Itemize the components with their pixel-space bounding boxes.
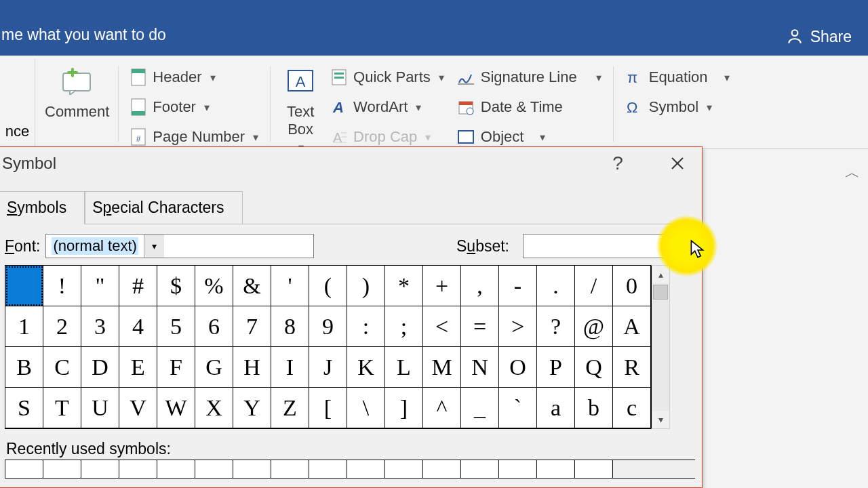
symbol-cell[interactable]: c <box>613 388 651 428</box>
symbol-cell[interactable]: ; <box>385 306 423 347</box>
symbol-cell[interactable]: 0 <box>613 266 651 306</box>
font-combo-arrow[interactable]: ▾ <box>144 235 164 258</box>
symbol-cell[interactable]: 1 <box>5 306 43 347</box>
tab-symbols[interactable]: Symbols <box>0 191 85 224</box>
symbol-cell[interactable]: P <box>537 347 575 388</box>
symbol-cell[interactable]: 6 <box>195 306 233 347</box>
symbol-cell[interactable]: V <box>119 388 157 428</box>
symbol-cell[interactable]: Q <box>575 347 613 388</box>
recent-symbol-cell[interactable] <box>271 460 309 478</box>
recent-symbol-cell[interactable] <box>43 460 81 478</box>
symbol-cell[interactable]: % <box>195 266 233 306</box>
subset-combo[interactable] <box>523 234 695 258</box>
recent-symbol-cell[interactable] <box>233 460 271 478</box>
tab-special-characters[interactable]: Special Characters <box>85 191 242 224</box>
symbol-cell[interactable]: a <box>537 388 575 428</box>
symbol-cell[interactable]: # <box>119 266 157 306</box>
symbol-cell[interactable]: . <box>537 266 575 306</box>
symbol-cell[interactable]: b <box>575 388 613 428</box>
subset-value[interactable] <box>524 235 675 258</box>
symbol-cell[interactable]: N <box>461 347 499 388</box>
symbol-cell[interactable]: L <box>385 347 423 388</box>
symbol-cell[interactable]: + <box>423 266 461 306</box>
recent-symbol-cell[interactable] <box>157 460 195 478</box>
recent-symbol-cell[interactable] <box>5 460 43 478</box>
footer-button[interactable]: Footer▾ <box>128 92 261 122</box>
symbol-cell[interactable]: S <box>5 388 43 428</box>
symbol-cell[interactable]: _ <box>461 388 499 428</box>
symbol-cell[interactable]: R <box>613 347 651 388</box>
signature-line-button[interactable]: Signature Line ▾ <box>455 62 604 92</box>
symbol-cell[interactable]: H <box>233 347 271 388</box>
recent-symbol-cell[interactable] <box>385 460 423 478</box>
symbol-cell[interactable]: @ <box>575 306 613 347</box>
symbol-cell[interactable]: 8 <box>271 306 309 347</box>
recent-symbol-cell[interactable] <box>537 460 575 478</box>
symbol-cell[interactable]: [ <box>309 388 347 428</box>
symbol-cell[interactable]: E <box>119 347 157 388</box>
symbol-cell[interactable]: Z <box>271 388 309 428</box>
comment-button[interactable]: Comment <box>45 62 109 121</box>
font-combo[interactable]: (normal text) ▾ <box>45 234 314 258</box>
symbol-cell[interactable]: : <box>347 306 385 347</box>
tell-me-text[interactable]: me what you want to do <box>0 12 166 44</box>
symbol-cell[interactable]: > <box>499 306 537 347</box>
recent-symbol-cell[interactable] <box>347 460 385 478</box>
symbol-cell[interactable]: / <box>575 266 613 306</box>
symbol-cell[interactable]: B <box>5 347 43 388</box>
symbol-cell[interactable]: Y <box>233 388 271 428</box>
recent-symbol-cell[interactable] <box>499 460 537 478</box>
symbol-cell[interactable]: & <box>233 266 271 306</box>
symbol-cell[interactable]: $ <box>157 266 195 306</box>
scroll-thumb[interactable] <box>653 285 668 300</box>
symbol-cell[interactable]: 5 <box>157 306 195 347</box>
symbol-cell[interactable] <box>5 266 43 306</box>
recent-symbol-cell[interactable] <box>461 460 499 478</box>
symbol-cell[interactable]: I <box>271 347 309 388</box>
symbol-cell[interactable]: A <box>613 306 651 347</box>
recent-symbol-cell[interactable] <box>423 460 461 478</box>
scroll-track[interactable] <box>652 283 669 411</box>
symbol-cell[interactable]: ( <box>309 266 347 306</box>
symbol-cell[interactable]: C <box>43 347 81 388</box>
symbol-grid[interactable]: !"#$%&'()*+,-./0123456789:;<=>?@ABCDEFGH… <box>5 265 651 429</box>
symbol-cell[interactable]: ' <box>271 266 309 306</box>
symbol-cell[interactable]: , <box>461 266 499 306</box>
symbol-cell[interactable]: ! <box>43 266 81 306</box>
date-time-button[interactable]: Date & Time <box>455 92 604 122</box>
symbol-cell[interactable]: ? <box>537 306 575 347</box>
scroll-up-icon[interactable]: ︿ <box>845 165 860 180</box>
symbol-cell[interactable]: 2 <box>43 306 81 347</box>
recent-grid[interactable] <box>5 460 695 479</box>
grid-scrollbar[interactable]: ▴ ▾ <box>651 265 670 429</box>
scroll-up-button[interactable]: ▴ <box>652 266 669 283</box>
symbol-cell[interactable]: G <box>195 347 233 388</box>
symbol-button[interactable]: Ω Symbol▾ <box>623 92 732 122</box>
symbol-cell[interactable]: M <box>423 347 461 388</box>
recent-symbol-cell[interactable] <box>195 460 233 478</box>
symbol-cell[interactable]: < <box>423 306 461 347</box>
symbol-cell[interactable]: X <box>195 388 233 428</box>
symbol-cell[interactable]: J <box>309 347 347 388</box>
quick-parts-button[interactable]: Quick Parts▾ <box>329 62 447 92</box>
symbol-cell[interactable]: F <box>157 347 195 388</box>
dialog-titlebar[interactable]: Symbol ? <box>0 147 702 180</box>
symbol-cell[interactable]: - <box>499 266 537 306</box>
text-box-button[interactable]: A Text Box ▾ <box>280 62 321 154</box>
dialog-help-button[interactable]: ? <box>603 148 633 178</box>
symbol-cell[interactable]: W <box>157 388 195 428</box>
scroll-down-button[interactable]: ▾ <box>652 411 669 428</box>
symbol-cell[interactable]: \ <box>347 388 385 428</box>
share-button[interactable]: Share <box>786 10 852 46</box>
symbol-cell[interactable]: D <box>81 347 119 388</box>
symbol-cell[interactable]: K <box>347 347 385 388</box>
symbol-cell[interactable]: ) <box>347 266 385 306</box>
symbol-cell[interactable]: " <box>81 266 119 306</box>
recent-symbol-cell[interactable] <box>119 460 157 478</box>
symbol-cell[interactable]: ] <box>385 388 423 428</box>
symbol-cell[interactable]: 4 <box>119 306 157 347</box>
equation-button[interactable]: π Equation ▾ <box>623 62 732 92</box>
dialog-close-button[interactable] <box>663 148 692 178</box>
symbol-cell[interactable]: T <box>43 388 81 428</box>
wordart-button[interactable]: A WordArt▾ <box>329 92 447 122</box>
